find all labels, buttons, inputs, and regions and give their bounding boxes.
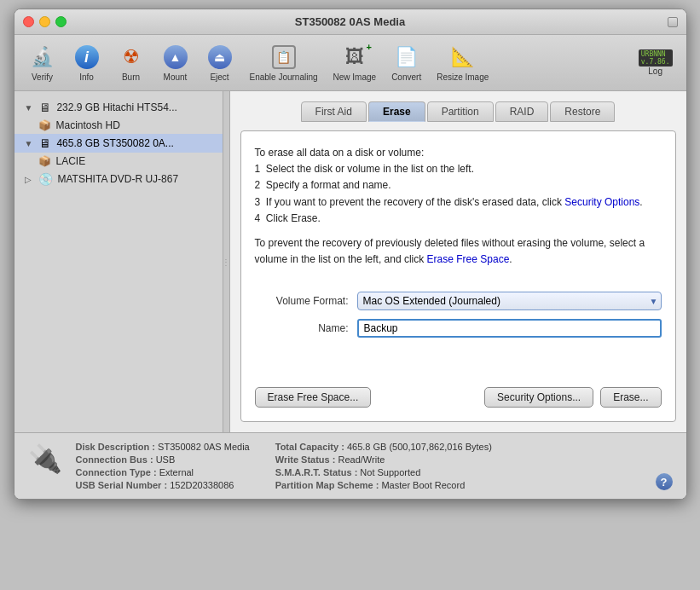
connection-type-row: Connection Type : External	[76, 467, 250, 477]
resize-image-button[interactable]: 📐 Resize Image	[430, 40, 495, 85]
volume-format-select[interactable]: Mac OS Extended (Journaled) Mac OS Exten…	[357, 292, 662, 310]
total-capacity-row: Total Capacity : 465.8 GB (500,107,862,0…	[275, 442, 492, 452]
write-status-row: Write Status : Read/Write	[275, 454, 492, 465]
new-image-button[interactable]: 🖼 + New Image	[327, 40, 384, 85]
resize-image-icon: 📐	[449, 43, 477, 71]
disk-description-value: ST350082 0AS Media	[158, 442, 250, 452]
new-image-icon: 🖼 +	[341, 43, 368, 71]
toolbar: 🔬 Verify i Info ☢ Burn ▲ Mount ⏏ Eject	[14, 35, 686, 91]
minimize-button[interactable]	[39, 16, 50, 27]
convert-label: Convert	[391, 72, 421, 82]
erase-free-space-button[interactable]: Erase Free Space...	[255, 387, 372, 408]
name-label: Name:	[255, 322, 349, 334]
connection-type-key: Connection Type :	[76, 467, 157, 477]
name-input[interactable]	[357, 319, 662, 338]
collapse-arrow: ▼	[25, 103, 33, 113]
erase-button[interactable]: Erase...	[600, 387, 661, 408]
maximize-button[interactable]	[55, 16, 67, 27]
tab-partition[interactable]: Partition	[427, 101, 494, 122]
main-content: ▼ 🖥 232.9 GB Hitachi HTS54... 📦 Macintos…	[14, 91, 686, 432]
erase-form: Volume Format: Mac OS Extended (Journale…	[255, 292, 662, 346]
button-row: Erase Free Space... Security Options... …	[255, 380, 662, 408]
sidebar-item-lacie[interactable]: 📦 LACIE	[14, 153, 223, 170]
resize-widget[interactable]	[668, 17, 678, 27]
verify-button[interactable]: 🔬 Verify	[21, 40, 64, 85]
volume-icon: 📦	[38, 155, 51, 167]
burn-label: Burn	[122, 72, 140, 82]
resize-image-label: Resize Image	[437, 72, 489, 82]
sidebar-item-macintosh-hd[interactable]: 📦 Macintosh HD	[14, 117, 223, 134]
volume-format-row: Volume Format: Mac OS Extended (Journale…	[255, 292, 662, 310]
resize-handle[interactable]: ⋮	[223, 91, 230, 432]
write-status-value: Read/Write	[338, 454, 385, 465]
instruction-line-1: 1 Select the disk or volume in the list …	[255, 161, 662, 177]
log-button[interactable]: URBNNNv.7.86. Log	[632, 46, 680, 79]
info-col-left: Disk Description : ST350082 0AS Media Co…	[76, 442, 250, 490]
tab-erase[interactable]: Erase	[368, 101, 425, 122]
usb-icon: 🔌	[28, 442, 62, 476]
sidebar-item-label: Macintosh HD	[56, 119, 120, 131]
write-status-key: Write Status :	[275, 454, 336, 465]
info-columns: Disk Description : ST350082 0AS Media Co…	[76, 442, 642, 490]
window-title: ST350082 0AS Media	[295, 15, 405, 28]
info-icon: i	[73, 43, 101, 71]
tab-bar: First Aid Erase Partition RAID Restore	[240, 101, 676, 122]
title-bar: ST350082 0AS Media	[14, 9, 686, 35]
disk-description-row: Disk Description : ST350082 0AS Media	[76, 442, 250, 452]
sidebar-item-label: MATSHITA DVD-R UJ-867	[58, 173, 179, 185]
name-row: Name:	[255, 319, 662, 338]
volume-format-select-wrapper: Mac OS Extended (Journaled) Mac OS Exten…	[357, 292, 662, 310]
convert-icon: 📄	[393, 43, 420, 71]
info-bar: 🔌 Disk Description : ST350082 0AS Media …	[14, 432, 686, 499]
connection-bus-row: Connection Bus : USB	[76, 454, 250, 465]
info-button[interactable]: i Info	[66, 40, 108, 85]
sidebar: ▼ 🖥 232.9 GB Hitachi HTS54... 📦 Macintos…	[14, 91, 223, 432]
usb-serial-row: USB Serial Number : 152D20338086	[76, 480, 250, 490]
burn-icon: ☢	[118, 43, 145, 71]
eject-icon: ⏏	[206, 43, 234, 71]
mount-label: Mount	[164, 72, 188, 82]
help-button[interactable]: ?	[656, 473, 673, 490]
sidebar-item-label: 232.9 GB Hitachi HTS54...	[56, 101, 176, 113]
tab-first-aid[interactable]: First Aid	[301, 101, 367, 122]
erase-instructions: To erase all data on a disk or volume: 1…	[255, 145, 662, 268]
enable-journaling-button[interactable]: 📋 Enable Journaling	[243, 40, 325, 85]
smart-status-row: S.M.A.R.T. Status : Not Supported	[275, 467, 492, 477]
verify-label: Verify	[32, 72, 53, 82]
main-window: ST350082 0AS Media 🔬 Verify i Info ☢ Bur…	[14, 9, 687, 500]
erase-panel: To erase all data on a disk or volume: 1…	[240, 130, 676, 422]
burn-button[interactable]: ☢ Burn	[110, 40, 153, 85]
mount-button[interactable]: ▲ Mount	[154, 40, 197, 85]
usb-serial-key: USB Serial Number :	[76, 480, 168, 490]
eject-button[interactable]: ⏏ Eject	[199, 40, 241, 85]
tab-restore[interactable]: Restore	[550, 101, 615, 122]
disk-description-key: Disk Description :	[76, 442, 156, 452]
traffic-lights	[23, 16, 67, 27]
partition-map-key: Partition Map Scheme :	[275, 480, 379, 490]
sidebar-item-label: LACIE	[56, 155, 86, 167]
smart-status-key: S.M.A.R.T. Status :	[275, 467, 358, 477]
close-button[interactable]	[23, 16, 34, 27]
log-label: Log	[648, 67, 662, 76]
sidebar-item-dvd[interactable]: ▷ 💿 MATSHITA DVD-R UJ-867	[14, 170, 223, 188]
tab-raid[interactable]: RAID	[495, 101, 549, 122]
volume-format-label: Volume Format:	[255, 295, 349, 307]
instruction-line-0: To erase all data on a disk or volume:	[255, 145, 662, 161]
enable-journaling-label: Enable Journaling	[250, 72, 318, 82]
verify-icon: 🔬	[29, 43, 56, 71]
log-badge: URBNNNv.7.86.	[639, 49, 673, 67]
sidebar-item-st350082[interactable]: ▼ 🖥 465.8 GB ST350082 0A...	[14, 134, 223, 153]
partition-map-row: Partition Map Scheme : Master Boot Recor…	[275, 480, 492, 490]
volume-icon: 📦	[38, 119, 51, 131]
usb-serial-value: 152D20338086	[170, 480, 234, 490]
connection-bus-value: USB	[156, 454, 176, 465]
enable-journaling-icon: 📋	[270, 43, 298, 71]
instruction-line-5: To prevent the recovery of previously de…	[255, 235, 662, 268]
instruction-line-3: 3 If you want to prevent the recovery of…	[255, 194, 662, 211]
security-options-button[interactable]: Security Options...	[484, 387, 593, 408]
total-capacity-key: Total Capacity :	[275, 442, 344, 452]
convert-button[interactable]: 📄 Convert	[385, 40, 428, 85]
sidebar-item-hitachi[interactable]: ▼ 🖥 232.9 GB Hitachi HTS54...	[14, 98, 223, 117]
right-panel: First Aid Erase Partition RAID Restore	[230, 91, 686, 432]
instruction-line-4: 4 Click Erase.	[255, 211, 662, 227]
